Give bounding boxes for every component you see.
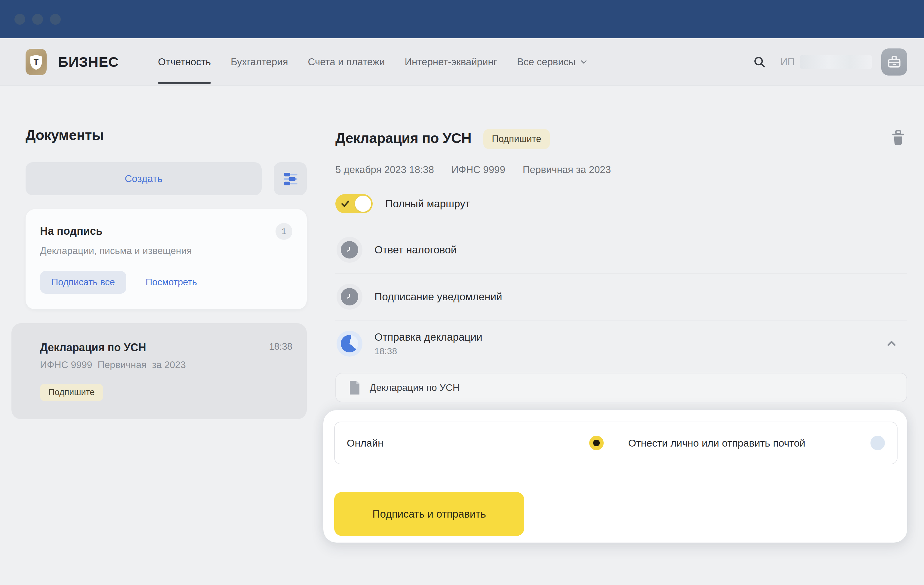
meta-ifns: ИФНС 9999 <box>452 164 505 175</box>
window-control-dot[interactable] <box>32 14 43 25</box>
sign-and-send-button[interactable]: Подписать и отправить <box>334 492 524 536</box>
brand-name: БИЗНЕС <box>58 54 119 70</box>
profile-avatar[interactable] <box>881 48 907 76</box>
document-list-item-selected[interactable]: Декларация по УСН 18:38 ИФНС 9999 Первич… <box>12 323 307 419</box>
header-right: ИП <box>751 38 907 86</box>
trash-icon <box>890 130 906 147</box>
brand: Т БИЗНЕС <box>26 38 119 86</box>
full-route-toggle[interactable] <box>335 194 373 213</box>
step-sign-notifications: Подписание уведомлений <box>335 274 907 321</box>
send-panel: Онлайн Отнести лично или отправить почто… <box>323 410 907 542</box>
step-send-declaration: Отправка декларации 18:38 <box>335 321 907 367</box>
file-icon <box>348 380 361 395</box>
step-time: 18:38 <box>375 346 482 356</box>
status-badge: Подпишите <box>40 384 103 401</box>
delivery-option-online[interactable]: Онлайн <box>335 422 616 464</box>
toggle-knob <box>355 196 371 212</box>
profile-prefix: ИП <box>780 56 795 68</box>
filter-sliders-icon <box>282 170 299 187</box>
step-tax-reply: Ответ налоговой <box>335 226 907 274</box>
attachment-name: Декларация по УСН <box>370 382 460 393</box>
shield-icon: Т <box>29 54 43 70</box>
document-time: 18:38 <box>269 341 292 352</box>
content: Документы Создать На подпись 1 Деклараци… <box>0 86 924 542</box>
toggle-label: Полный маршрут <box>385 198 470 210</box>
delivery-option-in-person[interactable]: Отнести лично или отправить почтой <box>616 422 897 464</box>
sign-queue-card[interactable]: На подпись 1 Декларации, письма и извеще… <box>26 209 307 309</box>
card-subtitle: Декларации, письма и извещения <box>40 245 292 256</box>
profile-name-redacted <box>800 55 872 69</box>
svg-text:Т: Т <box>34 57 39 66</box>
search-button[interactable] <box>751 54 768 70</box>
nav-item-accounting[interactable]: Бухгалтерия <box>231 38 288 86</box>
card-title: На подпись <box>40 225 102 238</box>
search-icon <box>752 55 766 69</box>
document-detail: Декларация по УСН Подпишите 5 декабря 20… <box>335 127 907 542</box>
sidebar-actions: Создать <box>26 162 307 195</box>
window-control-dot[interactable] <box>50 14 61 25</box>
view-button[interactable]: Посмотреть <box>145 277 197 288</box>
chevron-up-icon <box>885 337 898 350</box>
pending-clock-icon <box>337 237 363 263</box>
document-meta-row: 5 декабря 2023 18:38 ИФНС 9999 Первичная… <box>335 164 907 175</box>
delivery-option-radio[interactable] <box>870 436 885 450</box>
in-progress-pie-icon <box>337 331 363 357</box>
status-badge: Подпишите <box>483 129 549 149</box>
briefcase-icon <box>886 54 902 70</box>
nav-item-all-services[interactable]: Все сервисы <box>517 38 588 86</box>
main-nav: Отчетность Бухгалтерия Счета и платежи И… <box>158 38 588 86</box>
delivery-option-radio[interactable] <box>589 436 604 450</box>
nav-item-accounts-payments[interactable]: Счета и платежи <box>308 38 385 86</box>
sign-all-button[interactable]: Подписать все <box>40 271 126 294</box>
profile[interactable]: ИП <box>780 48 907 76</box>
nav-item-reports[interactable]: Отчетность <box>158 38 211 86</box>
document-meta: ИФНС 9999 Первичная за 2023 <box>40 359 292 370</box>
meta-date: 5 декабря 2023 18:38 <box>335 164 434 175</box>
create-button[interactable]: Создать <box>26 162 262 195</box>
meta-kind: Первичная за 2023 <box>523 164 611 175</box>
document-detail-title: Декларация по УСН <box>335 130 471 146</box>
check-icon <box>340 198 350 210</box>
route-steps: Ответ налоговой Подписание уведомлений О… <box>335 226 907 367</box>
page-title: Документы <box>26 127 307 143</box>
collapse-step-button[interactable] <box>885 337 898 351</box>
app-header: Т БИЗНЕС Отчетность Бухгалтерия Счета и … <box>0 38 924 86</box>
delivery-options: Онлайн Отнести лично или отправить почто… <box>334 421 898 464</box>
attachment-row[interactable]: Декларация по УСН <box>335 373 907 402</box>
nav-item-internet-acquiring[interactable]: Интернет-эквайринг <box>404 38 497 86</box>
t-bank-logo[interactable]: Т <box>26 49 46 75</box>
document-title: Декларация по УСН <box>40 341 146 354</box>
chevron-down-icon <box>579 58 588 66</box>
pending-clock-icon <box>337 284 363 310</box>
window-titlebar <box>0 0 924 38</box>
filter-button[interactable] <box>274 162 307 195</box>
documents-sidebar: Документы Создать На подпись 1 Деклараци… <box>26 127 307 542</box>
window-control-dot[interactable] <box>15 14 25 25</box>
count-badge: 1 <box>276 223 292 240</box>
header-spacer <box>588 38 751 86</box>
delete-button[interactable] <box>889 129 907 147</box>
